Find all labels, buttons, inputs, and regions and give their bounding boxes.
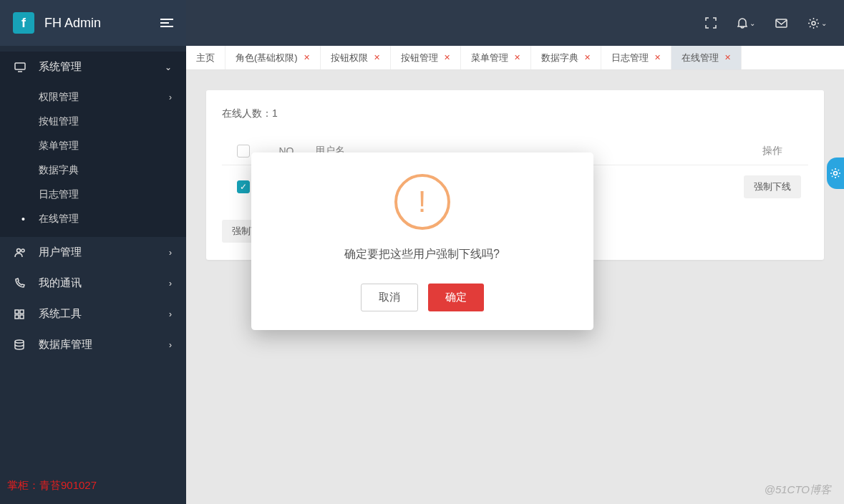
- sidebar-sub-online[interactable]: 在线管理: [0, 207, 186, 231]
- svg-rect-12: [776, 19, 787, 27]
- svg-rect-9: [15, 315, 19, 319]
- fullscreen-icon[interactable]: [705, 17, 717, 29]
- sidebar-item-db[interactable]: 数据库管理 ›: [0, 329, 186, 360]
- svg-point-6: [21, 249, 24, 252]
- svg-point-5: [17, 248, 21, 252]
- tab-logs[interactable]: 日志管理✕: [601, 46, 671, 69]
- close-icon[interactable]: ✕: [374, 53, 380, 62]
- grid-icon: [14, 309, 29, 319]
- sidebar-sub-buttons[interactable]: 按钮管理: [0, 110, 186, 134]
- sidebar-item-system[interactable]: 系统管理 ⌄: [0, 52, 186, 82]
- checkbox-row[interactable]: ✓: [237, 180, 250, 193]
- tabs-bar: 主页 角色(基础权限)✕ 按钮权限✕ 按钮管理✕ 菜单管理✕ 数据字典✕ 日志管…: [186, 46, 844, 70]
- sidebar-sub-logs[interactable]: 日志管理: [0, 183, 186, 207]
- sidebar-item-label: 系统工具: [39, 307, 82, 321]
- ok-button[interactable]: 确定: [428, 284, 484, 311]
- brand-name: FH Admin: [44, 16, 101, 31]
- close-icon[interactable]: ✕: [514, 53, 520, 62]
- sidebar-submenu: 权限管理› 按钮管理 菜单管理 数据字典 日志管理 在线管理: [0, 82, 186, 237]
- svg-point-14: [834, 172, 838, 175]
- disk-icon: [14, 339, 29, 350]
- brand-logo: f: [13, 12, 34, 34]
- gear-icon[interactable]: ⌄: [807, 17, 827, 29]
- close-icon[interactable]: ✕: [444, 53, 450, 62]
- sidebar-sub-dict[interactable]: 数据字典: [0, 158, 186, 183]
- monitor-icon: [14, 62, 29, 72]
- svg-rect-10: [20, 315, 24, 319]
- sidebar-footer: 掌柜：青苔901027: [0, 467, 186, 504]
- svg-rect-3: [15, 63, 25, 69]
- sidebar-nav: 系统管理 ⌄ 权限管理› 按钮管理 菜单管理 数据字典 日志管理 在线管理 用户…: [0, 46, 186, 467]
- tab-online[interactable]: 在线管理✕: [671, 46, 742, 69]
- bell-icon[interactable]: ⌄: [737, 17, 755, 29]
- sidebar-item-tools[interactable]: 系统工具 ›: [0, 299, 186, 329]
- topbar: ⌄ ⌄: [186, 0, 844, 46]
- tab-dict[interactable]: 数据字典✕: [531, 46, 601, 69]
- sidebar-sub-menu[interactable]: 菜单管理: [0, 134, 186, 158]
- menu-toggle-icon[interactable]: [160, 18, 173, 28]
- sidebar: f FH Admin 系统管理 ⌄ 权限管理› 按钮管理 菜单管理 数据字典 日…: [0, 0, 186, 504]
- force-offline-row-button[interactable]: 强制下线: [744, 175, 801, 198]
- cancel-button[interactable]: 取消: [361, 284, 418, 311]
- col-action: 操作: [737, 145, 808, 158]
- confirm-modal: ! 确定要把这些用户强制下线吗? 取消 确定: [251, 152, 593, 330]
- sidebar-item-label: 数据库管理: [39, 338, 92, 352]
- svg-point-13: [812, 21, 815, 25]
- chevron-right-icon: ›: [169, 340, 172, 350]
- tab-roles[interactable]: 角色(基础权限)✕: [225, 46, 321, 69]
- svg-rect-7: [15, 310, 19, 314]
- sidebar-item-users[interactable]: 用户管理 ›: [0, 237, 186, 268]
- sidebar-item-label: 系统管理: [39, 60, 82, 74]
- chevron-right-icon: ›: [169, 309, 172, 319]
- svg-point-11: [15, 340, 24, 343]
- tab-menu[interactable]: 菜单管理✕: [461, 46, 531, 69]
- checkbox-all[interactable]: [237, 145, 250, 158]
- chevron-down-icon: ⌄: [165, 62, 172, 72]
- svg-rect-8: [20, 310, 24, 314]
- phone-icon: [14, 278, 29, 289]
- warning-icon: !: [394, 174, 450, 230]
- chevron-right-icon: ›: [169, 278, 172, 289]
- sidebar-sub-permissions[interactable]: 权限管理›: [0, 85, 186, 110]
- users-icon: [14, 248, 29, 258]
- watermark: @51CTO博客: [765, 483, 831, 497]
- chevron-right-icon: ›: [169, 248, 172, 258]
- close-icon[interactable]: ✕: [724, 53, 731, 62]
- online-count: 在线人数：1: [222, 107, 808, 120]
- settings-drawer-icon[interactable]: [827, 158, 844, 189]
- brand-row: f FH Admin: [0, 0, 186, 46]
- sidebar-item-label: 用户管理: [39, 246, 82, 259]
- close-icon[interactable]: ✕: [654, 53, 661, 62]
- chevron-right-icon: ›: [169, 92, 172, 102]
- modal-actions: 取消 确定: [361, 284, 484, 311]
- tab-btn-perm[interactable]: 按钮权限✕: [321, 46, 391, 69]
- sidebar-item-comm[interactable]: 我的通讯 ›: [0, 268, 186, 299]
- mail-icon[interactable]: [775, 19, 787, 28]
- close-icon[interactable]: ✕: [584, 53, 591, 62]
- close-icon[interactable]: ✕: [304, 53, 310, 62]
- tab-btn-mgmt[interactable]: 按钮管理✕: [391, 46, 461, 69]
- sidebar-item-label: 我的通讯: [39, 276, 82, 290]
- modal-message: 确定要把这些用户强制下线吗?: [344, 247, 500, 262]
- tab-home[interactable]: 主页: [186, 46, 225, 69]
